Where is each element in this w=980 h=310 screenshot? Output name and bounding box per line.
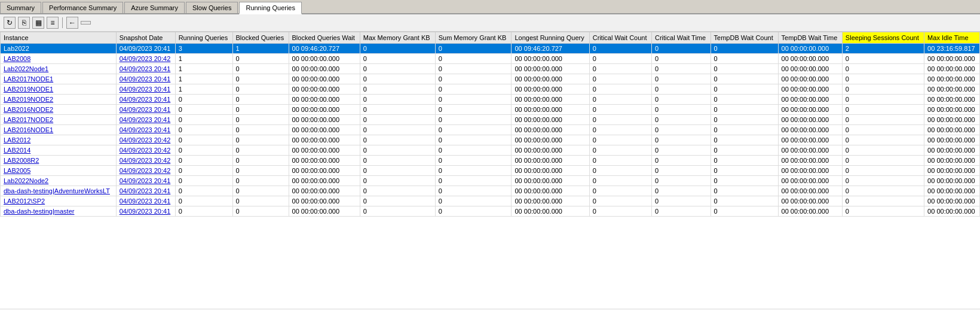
tab-running-queries[interactable]: Running Queries <box>239 2 302 14</box>
cell-snapshot-date[interactable]: 04/09/2023 20:41 <box>116 74 175 84</box>
table-row[interactable]: dba-dash-testing|master04/09/2023 20:410… <box>1 206 980 217</box>
cell-snapshot-date[interactable]: 04/09/2023 20:42 <box>116 156 175 166</box>
table-row[interactable]: LAB201204/09/2023 20:420000 00:00:00.000… <box>1 135 980 145</box>
link-snapshot-date[interactable]: 04/09/2023 20:41 <box>120 75 171 83</box>
cell-instance[interactable]: LAB2012 <box>1 135 117 145</box>
link-instance[interactable]: LAB2012\SP2 <box>4 197 45 205</box>
tab-performance-summary[interactable]: Performance Summary <box>42 2 123 13</box>
col-header-tempdb-wait-time[interactable]: TempDB Wait Time <box>778 32 842 44</box>
cell-instance[interactable]: dba-dash-testing|AdventureWorksLT <box>1 186 117 196</box>
cell-snapshot-date[interactable]: 04/09/2023 20:41 <box>116 125 175 135</box>
cell-snapshot-date[interactable]: 04/09/2023 20:42 <box>116 166 175 176</box>
link-snapshot-date[interactable]: 04/09/2023 20:41 <box>120 197 171 205</box>
cell-snapshot-date[interactable]: 04/09/2023 20:42 <box>116 54 175 64</box>
cell-instance[interactable]: LAB2008 <box>1 54 117 64</box>
table-row[interactable]: LAB2019NODE204/09/2023 20:410000 00:00:0… <box>1 95 980 105</box>
link-instance[interactable]: dba-dash-testing|AdventureWorksLT <box>4 187 110 194</box>
link-instance[interactable]: LAB2016NODE1 <box>4 126 53 133</box>
link-snapshot-date[interactable]: 04/09/2023 20:41 <box>120 208 171 215</box>
link-instance[interactable]: LAB2014 <box>4 147 30 154</box>
cell-snapshot-date[interactable]: 04/09/2023 20:41 <box>116 44 175 54</box>
link-snapshot-date[interactable]: 04/09/2023 20:42 <box>120 55 171 62</box>
table-row[interactable]: dba-dash-testing|AdventureWorksLT04/09/2… <box>1 186 980 196</box>
link-instance[interactable]: LAB2019NODE1 <box>4 86 53 93</box>
cell-snapshot-date[interactable]: 04/09/2023 20:41 <box>116 186 175 196</box>
back-button[interactable]: ← <box>66 17 78 29</box>
tab-azure-summary[interactable]: Azure Summary <box>124 2 185 13</box>
link-snapshot-date[interactable]: 04/09/2023 20:41 <box>120 177 171 184</box>
link-instance[interactable]: Lab2022Node1 <box>4 65 48 72</box>
link-instance[interactable]: LAB2008R2 <box>4 157 39 164</box>
link-instance[interactable]: LAB2008 <box>4 55 30 62</box>
cell-instance[interactable]: LAB2016NODE1 <box>1 125 117 135</box>
cell-snapshot-date[interactable]: 04/09/2023 20:41 <box>116 64 175 74</box>
cell-snapshot-date[interactable]: 04/09/2023 20:41 <box>116 95 175 105</box>
refresh-button[interactable]: ↻ <box>4 17 16 29</box>
table-row[interactable]: LAB2008R204/09/2023 20:420000 00:00:00.0… <box>1 156 980 166</box>
cell-instance[interactable]: LAB2019NODE2 <box>1 95 117 105</box>
table-row[interactable]: LAB201404/09/2023 20:420000 00:00:00.000… <box>1 145 980 156</box>
cell-instance[interactable]: LAB2012\SP2 <box>1 196 117 206</box>
group-by-button[interactable] <box>81 21 91 25</box>
col-header-sleeping-sessions-count[interactable]: Sleeping Sessions Count <box>842 32 924 44</box>
link-instance[interactable]: dba-dash-testing|master <box>4 208 74 215</box>
col-header-max-idle-time[interactable]: Max Idle Time <box>924 32 980 44</box>
cell-instance[interactable]: LAB2005 <box>1 166 117 176</box>
link-snapshot-date[interactable]: 04/09/2023 20:41 <box>120 96 171 103</box>
link-instance[interactable]: LAB2017NODE2 <box>4 116 53 123</box>
table-row[interactable]: LAB2017NODE204/09/2023 20:410000 00:00:0… <box>1 115 980 125</box>
link-instance[interactable]: LAB2017NODE1 <box>4 75 53 83</box>
tab-slow-queries[interactable]: Slow Queries <box>186 2 238 13</box>
tab-summary[interactable]: Summary <box>0 2 41 13</box>
col-header-running-queries[interactable]: Running Queries <box>175 32 232 44</box>
col-header-instance[interactable]: Instance <box>1 32 117 44</box>
link-snapshot-date[interactable]: 04/09/2023 20:41 <box>120 106 171 113</box>
col-header-longest-running-query[interactable]: Longest Running Query <box>512 32 589 44</box>
col-header-critical-wait-count[interactable]: Critical Wait Count <box>589 32 651 44</box>
cell-instance[interactable]: LAB2016NODE2 <box>1 105 117 115</box>
table-row[interactable]: LAB200504/09/2023 20:420000 00:00:00.000… <box>1 166 980 176</box>
link-instance[interactable]: LAB2019NODE2 <box>4 96 53 103</box>
link-snapshot-date[interactable]: 04/09/2023 20:41 <box>120 126 171 133</box>
cell-snapshot-date[interactable]: 04/09/2023 20:41 <box>116 196 175 206</box>
link-snapshot-date[interactable]: 04/09/2023 20:42 <box>120 157 171 164</box>
cell-snapshot-date[interactable]: 04/09/2023 20:41 <box>116 84 175 95</box>
link-instance[interactable]: LAB2005 <box>4 167 30 174</box>
table-row[interactable]: LAB2019NODE104/09/2023 20:411000 00:00:0… <box>1 84 980 95</box>
cell-snapshot-date[interactable]: 04/09/2023 20:41 <box>116 176 175 186</box>
table-row[interactable]: LAB200804/09/2023 20:421000 00:00:00.000… <box>1 54 980 64</box>
link-instance[interactable]: Lab2022Node2 <box>4 177 48 184</box>
cell-instance[interactable]: Lab2022Node2 <box>1 176 117 186</box>
cell-instance[interactable]: LAB2014 <box>1 145 117 156</box>
col-header-blocked-queries-wait[interactable]: Blocked Queries Wait <box>289 32 360 44</box>
link-snapshot-date[interactable]: 04/09/2023 20:41 <box>120 187 171 194</box>
cell-snapshot-date[interactable]: 04/09/2023 20:41 <box>116 105 175 115</box>
link-snapshot-date[interactable]: 04/09/2023 20:41 <box>120 86 171 93</box>
col-header-snapshot-date[interactable]: Snapshot Date <box>116 32 175 44</box>
cell-snapshot-date[interactable]: 04/09/2023 20:42 <box>116 135 175 145</box>
list-button[interactable]: ≡ <box>47 17 59 29</box>
link-instance[interactable]: LAB2012 <box>4 136 30 144</box>
table-row[interactable]: Lab2022Node104/09/2023 20:411000 00:00:0… <box>1 64 980 74</box>
cell-snapshot-date[interactable]: 04/09/2023 20:41 <box>116 115 175 125</box>
cell-instance[interactable]: LAB2017NODE1 <box>1 74 117 84</box>
table-row[interactable]: LAB2016NODE104/09/2023 20:410000 00:00:0… <box>1 125 980 135</box>
col-header-sum-memory-grant-kb[interactable]: Sum Memory Grant KB <box>435 32 512 44</box>
cell-instance[interactable]: dba-dash-testing|master <box>1 206 117 217</box>
link-snapshot-date[interactable]: 04/09/2023 20:42 <box>120 167 171 174</box>
col-header-critical-wait-time[interactable]: Critical Wait Time <box>652 32 711 44</box>
link-snapshot-date[interactable]: 04/09/2023 20:42 <box>120 147 171 154</box>
cell-instance[interactable]: LAB2017NODE2 <box>1 115 117 125</box>
table-row[interactable]: LAB2012\SP204/09/2023 20:410000 00:00:00… <box>1 196 980 206</box>
link-snapshot-date[interactable]: 04/09/2023 20:41 <box>120 116 171 123</box>
copy-button[interactable]: ⎘ <box>18 17 30 29</box>
table-row[interactable]: Lab202204/09/2023 20:413100 09:46:20.727… <box>1 44 980 54</box>
table-row[interactable]: LAB2016NODE204/09/2023 20:410000 00:00:0… <box>1 105 980 115</box>
table-row[interactable]: Lab2022Node204/09/2023 20:410000 00:00:0… <box>1 176 980 186</box>
cell-instance[interactable]: LAB2019NODE1 <box>1 84 117 95</box>
link-snapshot-date[interactable]: 04/09/2023 20:41 <box>120 65 171 72</box>
col-header-tempdb-wait-count[interactable]: TempDB Wait Count <box>710 32 778 44</box>
table-row[interactable]: LAB2017NODE104/09/2023 20:411000 00:00:0… <box>1 74 980 84</box>
cell-snapshot-date[interactable]: 04/09/2023 20:41 <box>116 206 175 217</box>
link-instance[interactable]: LAB2016NODE2 <box>4 106 53 113</box>
